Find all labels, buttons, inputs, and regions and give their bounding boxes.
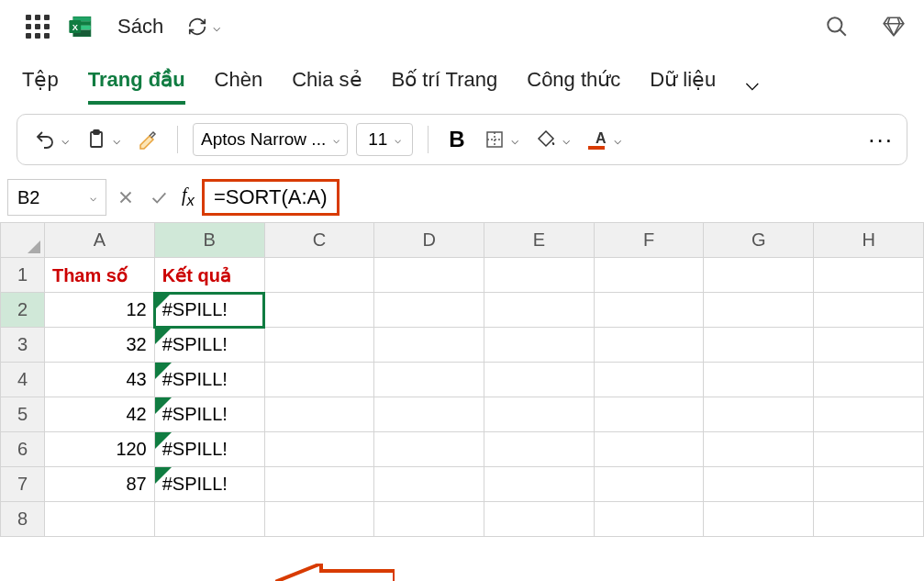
menu-page-layout[interactable]: Bố trí Trang — [392, 68, 498, 105]
cell[interactable] — [374, 293, 484, 328]
cell[interactable] — [704, 467, 814, 502]
col-header-F[interactable]: F — [594, 223, 704, 258]
cell[interactable] — [704, 432, 814, 467]
cell[interactable] — [264, 293, 374, 328]
cell[interactable] — [374, 502, 484, 537]
col-header-A[interactable]: A — [44, 223, 154, 258]
name-box[interactable]: B2⌵ — [7, 179, 106, 216]
menu-more-icon[interactable]: ⌵ — [745, 68, 760, 105]
col-header-E[interactable]: E — [484, 223, 595, 258]
select-all-corner[interactable] — [1, 223, 45, 258]
paste-button[interactable]: ⌵ — [82, 125, 124, 154]
cell-B1[interactable]: Kết quả — [154, 258, 264, 293]
cell[interactable] — [814, 432, 924, 467]
cell-B5[interactable]: #SPILL! — [154, 397, 264, 432]
cell[interactable] — [484, 432, 595, 467]
menu-formulas[interactable]: Công thức — [527, 68, 620, 105]
cell[interactable] — [484, 328, 595, 363]
cell-B2[interactable]: #SPILL! — [154, 293, 264, 328]
cell[interactable] — [814, 363, 924, 397]
app-launcher-icon[interactable] — [26, 15, 50, 39]
cell[interactable] — [594, 363, 704, 397]
cell-A3[interactable]: 32 — [44, 328, 154, 363]
menu-file[interactable]: Tệp — [22, 68, 59, 105]
cell[interactable] — [264, 328, 374, 363]
undo-button[interactable]: ⌵ — [30, 125, 72, 154]
cell-B7[interactable]: #SPILL! — [154, 467, 264, 502]
cell[interactable] — [484, 397, 595, 432]
cell[interactable] — [704, 363, 814, 397]
menu-home[interactable]: Trang đầu — [88, 68, 185, 105]
cell[interactable] — [594, 397, 704, 432]
font-selector[interactable]: Aptos Narrow ...⌵ — [193, 123, 348, 156]
cell-B3[interactable]: #SPILL! — [154, 328, 264, 363]
row-header[interactable]: 7 — [1, 467, 45, 502]
search-icon[interactable] — [825, 15, 849, 39]
col-header-C[interactable]: C — [264, 223, 374, 258]
cell[interactable] — [594, 502, 704, 537]
cell[interactable] — [264, 258, 374, 293]
cell[interactable] — [814, 397, 924, 432]
cell[interactable] — [814, 328, 924, 363]
cell-A4[interactable]: 43 — [44, 363, 154, 397]
refresh-button[interactable]: ⌵ — [187, 17, 220, 37]
cell[interactable] — [374, 328, 484, 363]
cell[interactable] — [704, 502, 814, 537]
cell-B6[interactable]: #SPILL! — [154, 432, 264, 467]
cell[interactable] — [594, 293, 704, 328]
cell[interactable] — [484, 363, 595, 397]
cell[interactable] — [264, 502, 374, 537]
cell[interactable] — [374, 467, 484, 502]
format-painter-button[interactable] — [133, 125, 162, 154]
toolbar-more-icon[interactable]: ··· — [868, 126, 894, 154]
row-header[interactable]: 1 — [1, 258, 45, 293]
cell[interactable] — [264, 467, 374, 502]
cell[interactable] — [594, 432, 704, 467]
fx-icon[interactable]: fx — [182, 184, 195, 210]
row-header[interactable]: 6 — [1, 432, 45, 467]
cell[interactable] — [484, 258, 595, 293]
fill-color-button[interactable]: ⌵ — [531, 125, 573, 154]
row-header[interactable]: 2 — [1, 293, 45, 328]
confirm-icon[interactable] — [149, 187, 169, 207]
cell[interactable] — [814, 467, 924, 502]
cell[interactable] — [704, 397, 814, 432]
cell-A5[interactable]: 42 — [44, 397, 154, 432]
formula-input[interactable]: =SORT(A:A) — [202, 179, 340, 216]
cell[interactable] — [594, 467, 704, 502]
cell[interactable] — [594, 328, 704, 363]
cell-A7[interactable]: 87 — [44, 467, 154, 502]
cell[interactable] — [484, 502, 595, 537]
cell[interactable] — [484, 467, 595, 502]
row-header[interactable]: 5 — [1, 397, 45, 432]
cell[interactable] — [704, 293, 814, 328]
cell-A2[interactable]: 12 — [44, 293, 154, 328]
cell-B8[interactable] — [154, 502, 264, 537]
menu-insert[interactable]: Chèn — [215, 68, 263, 105]
col-header-G[interactable]: G — [704, 223, 814, 258]
cell[interactable] — [484, 293, 595, 328]
row-header[interactable]: 4 — [1, 363, 45, 397]
bold-button[interactable]: B — [449, 127, 464, 152]
cell[interactable] — [264, 432, 374, 467]
font-size-selector[interactable]: 11⌵ — [356, 123, 413, 156]
row-header[interactable]: 8 — [1, 502, 45, 537]
cell[interactable] — [814, 293, 924, 328]
cell[interactable] — [374, 397, 484, 432]
cell[interactable] — [594, 258, 704, 293]
cell[interactable] — [704, 328, 814, 363]
cell[interactable] — [264, 397, 374, 432]
cell[interactable] — [704, 258, 814, 293]
cell-A6[interactable]: 120 — [44, 432, 154, 467]
cell-A8[interactable] — [44, 502, 154, 537]
cell[interactable] — [814, 502, 924, 537]
cell[interactable] — [264, 363, 374, 397]
cell[interactable] — [374, 432, 484, 467]
spreadsheet-grid[interactable]: A B C D E F G H 1 Tham số Kết quả 2 12 #… — [0, 222, 924, 537]
borders-button[interactable]: ⌵ — [480, 125, 522, 154]
cell[interactable] — [814, 258, 924, 293]
cell[interactable] — [374, 363, 484, 397]
cancel-icon[interactable] — [116, 187, 136, 207]
col-header-B[interactable]: B — [154, 223, 264, 258]
cell[interactable] — [374, 258, 484, 293]
